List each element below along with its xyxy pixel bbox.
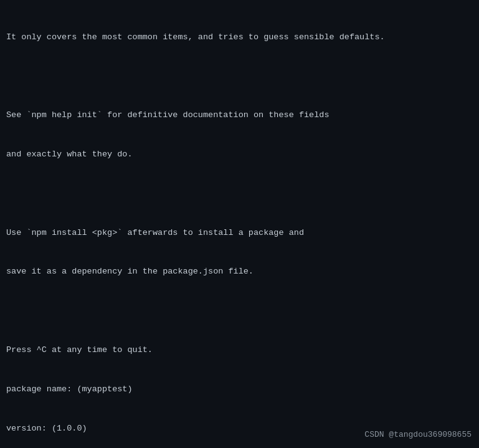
line-1: It only covers the most common items, an…: [6, 31, 473, 44]
line-7: save it as a dependency in the package.j…: [6, 265, 473, 279]
terminal-window[interactable]: It only covers the most common items, an…: [0, 0, 479, 448]
line-3: See `npm help init` for definitive docum…: [6, 109, 473, 122]
line-10: package name: (myapptest): [6, 383, 473, 396]
watermark-text: CSDN @tangdou369098655: [364, 430, 472, 439]
line-2: [6, 70, 473, 83]
line-4: and exactly what they do.: [6, 148, 473, 161]
line-8: [6, 305, 473, 318]
line-6: Use `npm install <pkg>` afterwards to in…: [6, 227, 473, 240]
terminal-output: It only covers the most common items, an…: [6, 5, 473, 448]
line-5: [6, 188, 473, 201]
line-9: Press ^C at any time to quit.: [6, 344, 473, 357]
